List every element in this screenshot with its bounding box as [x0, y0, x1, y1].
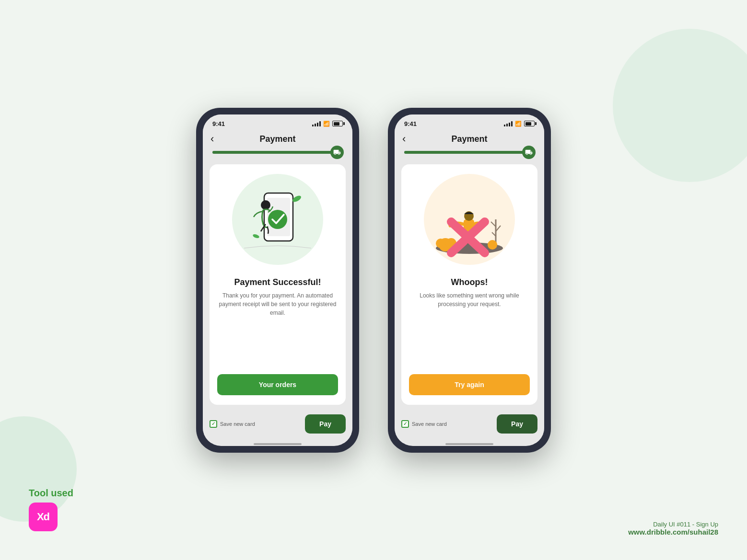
- svg-point-5: [252, 233, 260, 239]
- progress-fill-right: [404, 151, 524, 154]
- success-title: Payment Successful!: [234, 277, 321, 287]
- delivery-icon-right: [522, 146, 536, 159]
- signal-icon-right: [504, 121, 513, 126]
- svg-point-2: [268, 210, 287, 229]
- pay-button-right[interactable]: Pay: [497, 414, 537, 434]
- status-bar-right: 9:41 📶: [395, 114, 544, 130]
- home-indicator-right: [395, 443, 544, 446]
- save-card-checkbox-left[interactable]: ✓: [210, 420, 217, 428]
- phone-header-left: ‹ Payment: [203, 130, 352, 149]
- back-button-left[interactable]: ‹: [210, 133, 214, 145]
- progress-section-right: [395, 149, 544, 160]
- status-bar-left: 9:41 📶: [203, 114, 352, 130]
- illustration-area-right: [409, 174, 530, 270]
- pay-button-left[interactable]: Pay: [305, 414, 346, 434]
- phone-header-right: ‹ Payment: [395, 130, 544, 149]
- illustration-area-left: [217, 174, 338, 270]
- phone-inner-right: 9:41 📶 ‹ Payment: [395, 114, 544, 446]
- error-title: Whoops!: [451, 277, 488, 287]
- back-button-right[interactable]: ‹: [402, 133, 406, 145]
- checkbox-check-right: ✓: [403, 421, 407, 426]
- save-card-text-right: Save new card: [412, 421, 447, 427]
- progress-track-left: [212, 151, 343, 154]
- phone-success: 9:41 📶 ‹ Payment: [196, 108, 359, 453]
- phone-footer-right: ✓ Save new card Pay: [395, 410, 544, 443]
- error-illustration: [421, 174, 517, 270]
- page-container: 9:41 📶 ‹ Payment: [0, 0, 747, 560]
- success-illustration: [230, 174, 326, 270]
- phone-body-left: Payment Successful! Thank you for your p…: [203, 160, 352, 410]
- delivery-icon-left: [330, 146, 344, 159]
- success-card: Payment Successful! Thank you for your p…: [210, 164, 346, 405]
- signal-icon-left: [312, 121, 321, 126]
- progress-fill-left: [212, 151, 332, 154]
- svg-point-3: [261, 200, 270, 210]
- progress-section-left: [203, 149, 352, 160]
- success-subtitle: Thank you for your payment. An automated…: [217, 291, 338, 317]
- status-time-right: 9:41: [404, 120, 417, 127]
- home-bar-right: [445, 443, 493, 445]
- phone-inner-left: 9:41 📶 ‹ Payment: [203, 114, 352, 446]
- status-icons-right: 📶: [504, 121, 535, 127]
- error-card: Whoops! Looks like something went wrong …: [401, 164, 537, 405]
- battery-icon-right: [524, 121, 535, 126]
- try-again-button[interactable]: Try again: [409, 374, 530, 395]
- error-svg: [421, 174, 517, 270]
- header-title-right: Payment: [451, 134, 487, 144]
- header-title-left: Payment: [259, 134, 295, 144]
- status-icons-left: 📶: [312, 121, 343, 127]
- save-card-section-left: ✓ Save new card: [210, 420, 300, 428]
- save-card-checkbox-right[interactable]: ✓: [401, 420, 409, 428]
- svg-point-13: [436, 239, 445, 248]
- error-subtitle: Looks like something went wrong while pr…: [409, 291, 530, 309]
- progress-track-right: [404, 151, 535, 154]
- svg-point-14: [488, 240, 497, 250]
- checkbox-check-left: ✓: [211, 421, 215, 426]
- wifi-icon-left: 📶: [323, 121, 330, 127]
- phone-body-right: Whoops! Looks like something went wrong …: [395, 160, 544, 410]
- your-orders-button[interactable]: Your orders: [217, 374, 338, 395]
- battery-icon-left: [332, 121, 343, 126]
- wifi-icon-right: 📶: [515, 121, 522, 127]
- save-card-text-left: Save new card: [220, 421, 255, 427]
- status-time-left: 9:41: [212, 120, 225, 127]
- success-svg: [230, 174, 326, 270]
- phone-footer-left: ✓ Save new card Pay: [203, 410, 352, 443]
- phone-error: 9:41 📶 ‹ Payment: [388, 108, 551, 453]
- home-indicator-left: [203, 443, 352, 446]
- save-card-section-right: ✓ Save new card: [401, 420, 492, 428]
- home-bar-left: [254, 443, 302, 445]
